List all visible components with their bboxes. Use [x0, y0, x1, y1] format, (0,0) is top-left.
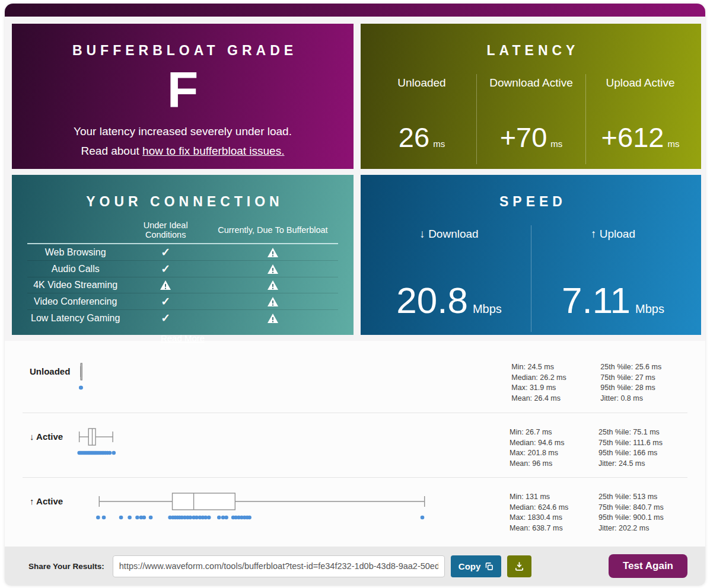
stat-mean: Mean: 96 ms [510, 459, 598, 469]
warning-icon [160, 280, 171, 290]
read-more-link[interactable]: Read More [161, 333, 205, 343]
download-button[interactable] [507, 555, 531, 577]
plot-stats: Min: 26.7 msMedian: 94.6 msMax: 201.8 ms… [510, 413, 687, 477]
boxplot-area [70, 348, 511, 413]
latency-unit: ms [667, 139, 679, 149]
connection-ideal-cell: ✓ [123, 244, 207, 261]
latency-value-wrap: +70ms [500, 121, 563, 154]
speed-column-upload: ↑ Upload7.11Mbps [531, 225, 695, 332]
copy-button[interactable]: Copy [451, 555, 502, 577]
bufferbloat-grade-card: BUFFERBLOAT GRADE F Your latency increas… [12, 24, 354, 169]
speed-value: 7.11 [562, 279, 631, 321]
grade-description: Your latency increased severely under lo… [12, 122, 354, 141]
stat-25th-ile: 25th %ile: 25.6 ms [600, 362, 689, 373]
share-url-input[interactable] [113, 555, 445, 577]
connection-row-label-low-latency-gaming: Low Latency Gaming [27, 310, 123, 326]
connection-row-label-web-browsing: Web Browsing [27, 244, 123, 261]
stat-75th-ile: 75th %ile: 111.6 ms [598, 438, 687, 449]
connection-header-empty [27, 218, 123, 244]
latency-unit: ms [433, 139, 445, 149]
sample-dot [421, 516, 425, 520]
connection-row-label-video-conferencing: Video Conferencing [27, 293, 123, 310]
speed-card-title: SPEED [361, 175, 701, 210]
copy-icon [485, 562, 494, 571]
connection-table: Under Ideal ConditionsCurrently, Due To … [27, 218, 338, 326]
latency-value: +612 [601, 121, 664, 154]
speed-column-label: ↑ Upload [591, 228, 635, 241]
speed-columns: ↓ Download20.8Mbps↑ Upload7.11Mbps [361, 225, 701, 332]
stats-col-left: Min: 26.7 msMedian: 94.6 msMax: 201.8 ms… [510, 427, 598, 477]
sample-dot [207, 516, 211, 520]
grade-card-title: BUFFERBLOAT GRADE [12, 24, 354, 59]
stat-75th-ile: 75th %ile: 27 ms [600, 373, 689, 384]
stats-col-left: Min: 24.5 msMedian: 26.2 msMax: 31.9 msM… [511, 362, 600, 413]
sample-dot [108, 451, 112, 455]
stats-col-right: 25th %ile: 25.6 ms75th %ile: 27 ms95th %… [600, 362, 689, 413]
test-again-button[interactable]: Test Again [609, 554, 687, 578]
stat-min: Min: 24.5 ms [511, 362, 600, 373]
stat-median: Median: 94.6 ms [510, 438, 598, 449]
stat-mean: Mean: 638.7 ms [510, 523, 598, 534]
check-icon: ✓ [161, 263, 170, 274]
speed-value-wrap: 20.8Mbps [396, 279, 502, 321]
boxplot-area [68, 478, 510, 542]
connection-current-cell [208, 277, 338, 293]
check-icon: ✓ [161, 312, 170, 324]
connection-current-cell [208, 244, 338, 261]
connection-row-label-4k-video-streaming: 4K Video Streaming [27, 277, 123, 293]
stat-25th-ile: 25th %ile: 513 ms [598, 492, 687, 503]
connection-ideal-cell: ✓ [123, 261, 207, 277]
stat-95th-ile: 95th %ile: 28 ms [600, 383, 689, 394]
warning-icon [267, 280, 279, 290]
boxplot-row-active: ↑ ActiveMin: 131 msMedian: 624.6 msMax: … [23, 477, 687, 542]
latency-column-upload-active: Upload Active+612ms [585, 74, 695, 164]
latency-columns: Unloaded26msDownload Active+70msUpload A… [361, 74, 701, 164]
speed-value: 20.8 [396, 279, 468, 321]
stat-95th-ile: 95th %ile: 900.1 ms [598, 513, 687, 523]
connection-header-ideal: Under Ideal Conditions [123, 218, 207, 244]
connection-header-current: Currently, Due To Bufferbloat [208, 218, 338, 244]
download-icon [514, 561, 524, 571]
connection-current-cell [208, 310, 338, 326]
share-bar: Share Your Results: Copy Test Again [5, 547, 705, 586]
connection-ideal-cell [123, 277, 207, 293]
fix-bufferbloat-link[interactable]: how to fix bufferbloat issues. [142, 145, 284, 157]
latency-value-wrap: +612ms [601, 121, 680, 154]
stat-min: Min: 26.7 ms [510, 427, 598, 438]
speed-value-wrap: 7.11Mbps [562, 279, 664, 321]
connection-ideal-cell: ✓ [123, 310, 207, 326]
stat-75th-ile: 75th %ile: 840.7 ms [598, 503, 687, 513]
speed-unit: Mbps [473, 302, 502, 316]
sample-dot [224, 516, 228, 520]
warning-icon [267, 296, 279, 307]
sample-dot [189, 516, 193, 520]
latency-value: 26 [399, 121, 429, 154]
stat-max: Max: 31.9 ms [511, 383, 600, 394]
sample-dot [135, 516, 139, 520]
plot-row-label: ↓ Active [23, 413, 68, 477]
connection-current-cell [208, 261, 338, 277]
stat-jitter: Jitter: 0.8 ms [600, 394, 689, 404]
latency-card: LATENCY Unloaded26msDownload Active+70ms… [361, 24, 701, 169]
your-connection-card: YOUR CONNECTION Under Ideal ConditionsCu… [12, 175, 354, 335]
copy-button-label: Copy [459, 561, 481, 571]
latency-card-title: LATENCY [361, 24, 701, 59]
warning-icon [267, 247, 279, 258]
sample-dot [247, 516, 251, 520]
sample-dot [119, 516, 123, 520]
stat-95th-ile: 95th %ile: 166 ms [598, 448, 687, 459]
plot-row-label: ↑ Active [23, 478, 68, 542]
plot-stats: Min: 131 msMedian: 624.6 msMax: 1830.4 m… [510, 478, 687, 542]
plot-row-label: Unloaded [23, 348, 70, 413]
boxplot-svg [68, 478, 510, 537]
share-results-label: Share Your Results: [28, 562, 104, 571]
latency-unit: ms [550, 139, 562, 149]
boxplot-area [68, 413, 510, 477]
box [173, 493, 235, 510]
speed-unit: Mbps [635, 302, 664, 316]
warning-icon [267, 264, 279, 274]
grade-link-line: Read about how to fix bufferbloat issues… [12, 141, 354, 161]
plot-stats: Min: 24.5 msMedian: 26.2 msMax: 31.9 msM… [511, 348, 689, 413]
connection-ideal-cell: ✓ [123, 293, 207, 310]
stats-col-left: Min: 131 msMedian: 624.6 msMax: 1830.4 m… [510, 492, 598, 542]
